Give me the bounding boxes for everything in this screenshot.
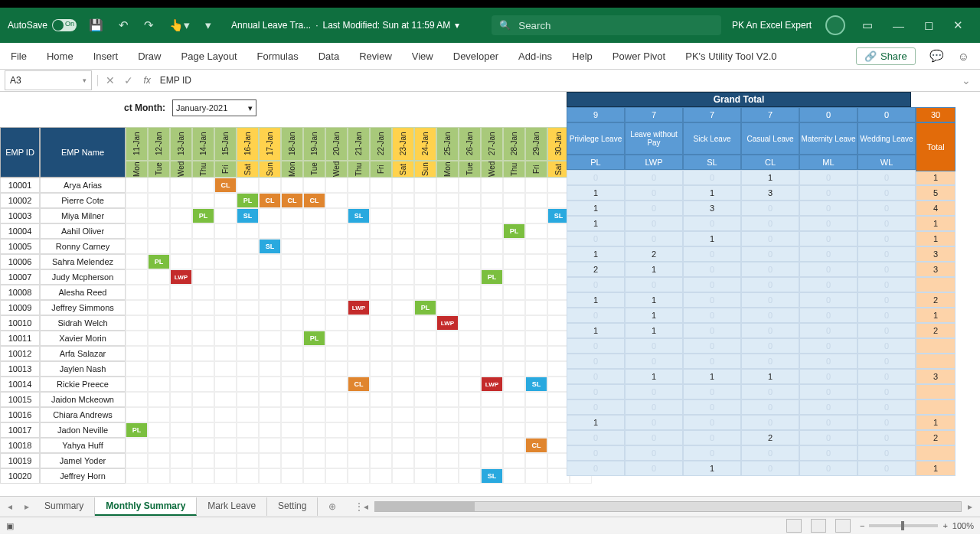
calendar-cell[interactable] <box>325 254 348 269</box>
calendar-cell[interactable] <box>126 392 148 407</box>
emp-name-cell[interactable]: Jeffrey Horn <box>40 468 126 484</box>
calendar-cell[interactable] <box>259 285 281 300</box>
calendar-cell[interactable] <box>170 392 192 407</box>
calendar-cell[interactable] <box>325 269 348 285</box>
code-header[interactable]: LWP <box>625 155 683 170</box>
calendar-cell[interactable] <box>237 453 259 468</box>
calendar-cell[interactable] <box>503 453 525 468</box>
total-cell[interactable]: 0 <box>625 461 683 476</box>
total-cell[interactable]: 0 <box>625 445 683 461</box>
total-cell[interactable]: 0 <box>741 292 799 308</box>
calendar-cell[interactable] <box>303 438 325 453</box>
calendar-cell[interactable] <box>170 407 192 422</box>
dow-header[interactable]: Sun <box>259 161 281 178</box>
page-layout-view-icon[interactable] <box>811 519 826 533</box>
calendar-cell[interactable] <box>436 407 459 422</box>
total-cell[interactable]: 0 <box>858 170 916 185</box>
calendar-cell[interactable] <box>436 377 459 392</box>
calendar-cell[interactable] <box>325 300 348 315</box>
total-cell[interactable]: 0 <box>858 445 916 461</box>
total-cell[interactable]: 0 <box>858 384 916 399</box>
calendar-cell[interactable] <box>348 468 370 484</box>
record-macro-icon[interactable]: ▣ <box>6 521 14 531</box>
calendar-cell[interactable] <box>392 208 414 223</box>
calendar-cell[interactable] <box>392 193 414 208</box>
calendar-cell[interactable] <box>214 269 237 285</box>
calendar-cell[interactable] <box>214 361 237 377</box>
emp-id-cell[interactable]: 10017 <box>0 422 40 438</box>
calendar-cell[interactable] <box>281 468 303 484</box>
calendar-cell[interactable]: SL <box>525 377 547 392</box>
calendar-cell[interactable]: PL <box>481 269 503 285</box>
calendar-cell[interactable] <box>436 193 459 208</box>
calendar-cell[interactable] <box>192 422 214 438</box>
calendar-cell[interactable] <box>459 193 481 208</box>
total-cell[interactable]: 0 <box>567 384 625 399</box>
calendar-cell[interactable] <box>414 315 436 331</box>
calendar-cell[interactable] <box>481 223 503 239</box>
row-total-cell[interactable]: 4 <box>916 201 956 216</box>
total-cell[interactable]: 3 <box>741 185 799 201</box>
calendar-cell[interactable] <box>214 438 237 453</box>
calendar-cell[interactable] <box>525 193 547 208</box>
category-header[interactable]: Leave without Pay <box>625 122 683 155</box>
calendar-cell[interactable] <box>525 346 547 361</box>
total-cell[interactable]: 0 <box>567 369 625 384</box>
calendar-cell[interactable] <box>126 331 148 346</box>
calendar-cell[interactable] <box>459 392 481 407</box>
calendar-cell[interactable] <box>259 315 281 331</box>
emp-name-cell[interactable]: Yahya Huff <box>40 438 126 453</box>
total-cell[interactable]: 0 <box>741 399 799 415</box>
close-icon[interactable]: ✕ <box>950 18 966 32</box>
total-cell[interactable]: 0 <box>799 354 858 369</box>
calendar-cell[interactable] <box>259 331 281 346</box>
total-cell[interactable]: 1 <box>625 369 683 384</box>
calendar-cell[interactable] <box>303 422 325 438</box>
total-cell[interactable]: 0 <box>799 262 858 277</box>
calendar-cell[interactable] <box>170 300 192 315</box>
calendar-cell[interactable] <box>126 346 148 361</box>
total-cell[interactable]: 0 <box>625 384 683 399</box>
total-cell[interactable]: 0 <box>625 430 683 445</box>
calendar-cell[interactable] <box>303 285 325 300</box>
total-cell[interactable]: 0 <box>799 338 858 354</box>
calendar-cell[interactable] <box>481 208 503 223</box>
total-cell[interactable]: 0 <box>683 338 741 354</box>
undo-icon[interactable]: ↶ <box>116 18 132 32</box>
worksheet[interactable]: ct Month: January-2021▾ EMP ID EMP Name … <box>0 92 980 496</box>
calendar-cell[interactable] <box>392 269 414 285</box>
total-cell[interactable]: 0 <box>683 323 741 338</box>
date-header[interactable]: 26-Jan <box>459 127 481 161</box>
calendar-cell[interactable] <box>303 223 325 239</box>
calendar-cell[interactable] <box>392 422 414 438</box>
total-cell[interactable]: 0 <box>799 246 858 262</box>
ribbon-tab-review[interactable]: Review <box>359 51 392 62</box>
page-break-view-icon[interactable] <box>835 519 851 533</box>
total-cell[interactable]: 0 <box>741 415 799 430</box>
emp-id-cell[interactable]: 10005 <box>0 239 40 254</box>
calendar-cell[interactable] <box>503 331 525 346</box>
total-cell[interactable]: 0 <box>625 399 683 415</box>
calendar-cell[interactable] <box>436 438 459 453</box>
ribbon-tab-power-pivot[interactable]: Power Pivot <box>612 51 665 62</box>
category-sum[interactable]: 7 <box>683 107 741 122</box>
total-cell[interactable]: 0 <box>741 201 799 216</box>
calendar-cell[interactable] <box>459 285 481 300</box>
total-cell[interactable]: 1 <box>567 415 625 430</box>
zoom-control[interactable]: − + 100% <box>860 521 974 530</box>
calendar-cell[interactable] <box>348 223 370 239</box>
calendar-cell[interactable] <box>503 178 525 193</box>
calendar-cell[interactable]: PL <box>503 223 525 239</box>
total-cell[interactable]: 0 <box>858 461 916 476</box>
avatar[interactable] <box>825 15 845 35</box>
window-mode-icon[interactable]: ▭ <box>859 18 876 32</box>
calendar-cell[interactable] <box>503 346 525 361</box>
calendar-cell[interactable]: SL <box>259 239 281 254</box>
row-total-cell[interactable] <box>916 399 956 415</box>
emp-name-cell[interactable]: Chiara Andrews <box>40 407 126 422</box>
calendar-cell[interactable] <box>192 315 214 331</box>
calendar-cell[interactable] <box>436 239 459 254</box>
calendar-cell[interactable] <box>370 453 392 468</box>
emp-id-cell[interactable]: 10018 <box>0 438 40 453</box>
calendar-cell[interactable] <box>325 422 348 438</box>
